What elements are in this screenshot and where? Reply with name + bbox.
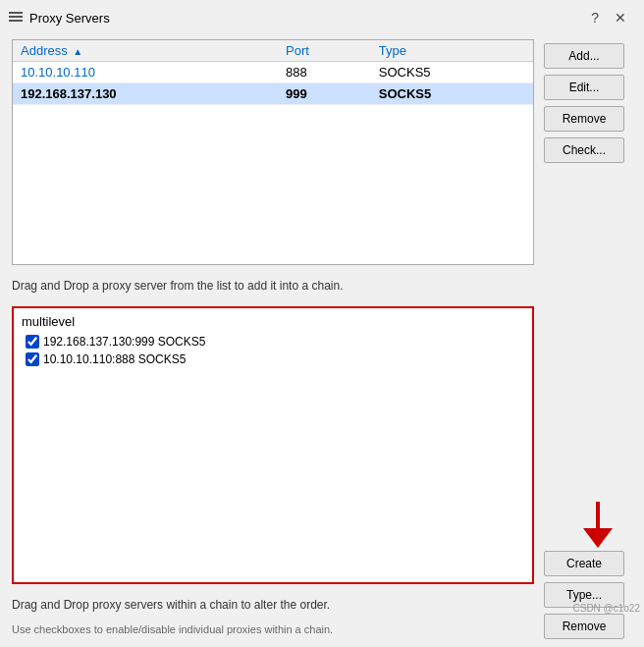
add-button[interactable]: Add... (544, 43, 624, 69)
table-row[interactable]: 10.10.10.110888SOCKS5 (13, 62, 533, 83)
chain-item-label: 10.10.10.110:888 SOCKS5 (43, 352, 186, 366)
svg-rect-1 (9, 16, 23, 18)
col-address-label: Address (21, 43, 68, 58)
col-address[interactable]: Address ▲ (13, 40, 278, 62)
cell-address: 192.168.137.130 (13, 83, 278, 105)
help-button[interactable]: ? (585, 8, 605, 27)
proxy-table: Address ▲ Port Type 10.10.10.110 (13, 40, 533, 105)
chain-title: multilevel (22, 314, 524, 329)
chain-container[interactable]: multilevel 192.168.137.130:999 SOCKS510.… (12, 306, 534, 584)
chain-item[interactable]: 192.168.137.130:999 SOCKS5 (22, 333, 524, 350)
remove-button-top[interactable]: Remove (544, 106, 624, 132)
title-bar: Proxy Servers ? ✕ (0, 0, 644, 31)
close-button[interactable]: ✕ (609, 8, 632, 27)
drag-drop-text-2: Drag and Drop proxy servers within a cha… (12, 594, 534, 614)
drag-drop-text-1: Drag and Drop a proxy server from the li… (12, 275, 534, 297)
edit-button[interactable]: Edit... (544, 75, 624, 100)
cell-port: 888 (278, 62, 371, 83)
main-content: Address ▲ Port Type 10.10.10.110 (0, 31, 644, 647)
down-arrow-icon (564, 497, 613, 551)
col-type-label: Type (379, 43, 406, 58)
chain-item-checkbox[interactable] (26, 352, 39, 366)
cell-type: SOCKS5 (371, 62, 533, 83)
window-controls: ? ✕ (585, 8, 632, 27)
chain-item-checkbox[interactable] (26, 335, 39, 349)
table-row[interactable]: 192.168.137.130999SOCKS5 (13, 83, 533, 105)
sort-arrow-icon: ▲ (73, 46, 82, 57)
proxy-servers-window: Proxy Servers ? ✕ Address ▲ (0, 0, 644, 647)
watermark: CSDN @c1o22 (572, 601, 644, 616)
check-button[interactable]: Check... (544, 137, 624, 163)
right-panel: Add... Edit... Remove Check... Create Ty… (544, 39, 632, 639)
col-port[interactable]: Port (278, 40, 371, 62)
chain-item-label: 192.168.137.130:999 SOCKS5 (43, 335, 205, 349)
remove-button-bottom[interactable]: Remove (544, 614, 624, 639)
bottom-button-group: Create Type... Remove (544, 551, 632, 639)
proxy-table-container: Address ▲ Port Type 10.10.10.110 (12, 39, 534, 265)
cell-port: 999 (278, 83, 371, 105)
proxy-table-body: 10.10.10.110888SOCKS5192.168.137.130999S… (13, 62, 533, 105)
window-title: Proxy Servers (29, 11, 579, 26)
top-button-group: Add... Edit... Remove Check... (544, 39, 632, 163)
chain-items-list: 192.168.137.130:999 SOCKS510.10.10.110:8… (22, 333, 524, 368)
svg-rect-0 (9, 12, 23, 14)
create-button[interactable]: Create (544, 551, 624, 576)
window-icon (8, 10, 24, 26)
chain-item[interactable]: 10.10.10.110:888 SOCKS5 (22, 350, 524, 368)
drag-drop-subtext: Use checkboxes to enable/disable individ… (12, 623, 534, 639)
arrow-indicator (544, 492, 632, 551)
svg-marker-4 (583, 528, 613, 548)
table-header-row: Address ▲ Port Type (13, 40, 533, 62)
col-type[interactable]: Type (371, 40, 533, 62)
svg-rect-2 (9, 20, 23, 22)
left-panel: Address ▲ Port Type 10.10.10.110 (12, 39, 534, 639)
cell-type: SOCKS5 (371, 83, 533, 105)
col-port-label: Port (286, 43, 309, 58)
cell-address: 10.10.10.110 (13, 62, 278, 83)
